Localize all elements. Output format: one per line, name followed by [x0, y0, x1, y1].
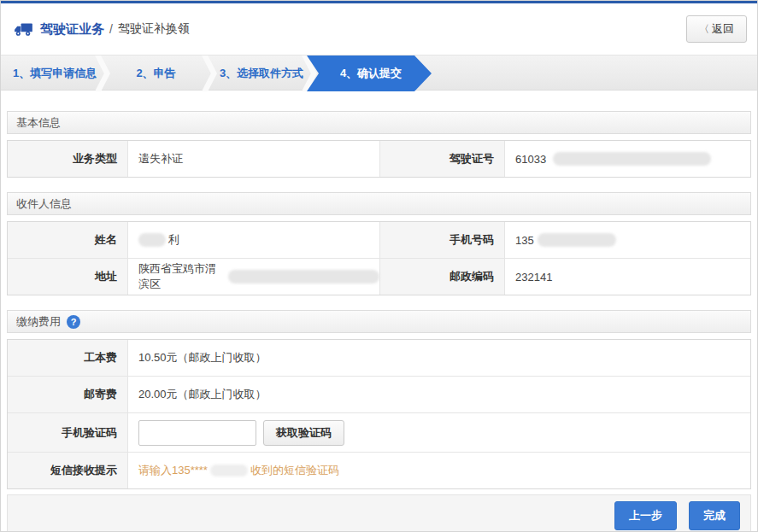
- help-question-icon[interactable]: ?: [67, 315, 80, 329]
- sms-hint-value: 请输入135**** 收到的短信验证码: [128, 453, 750, 488]
- previous-step-button[interactable]: 上一步: [614, 501, 677, 530]
- fees-table: 工本费 10.50元（邮政上门收取） 邮寄费 20.00元（邮政上门收取） 手机…: [7, 339, 751, 489]
- license-number-value: 61033: [505, 141, 750, 177]
- name-value: 利: [128, 222, 379, 258]
- back-chevron-icon: 〈: [699, 22, 709, 37]
- page: 驾驶证业务 / 驾驶证补换领 〈 返回 1、填写申请信息 2、申告 3、选择取件…: [0, 0, 758, 532]
- sms-hint-prefix: 请输入135****: [138, 463, 208, 478]
- section-fees-title: 缴纳费用: [16, 314, 61, 330]
- name-suffix: 利: [168, 232, 179, 248]
- sms-code-cell: 获取验证码: [128, 413, 750, 452]
- business-type-value: 遗失补证: [128, 141, 379, 177]
- production-fee-label: 工本费: [8, 340, 128, 376]
- section-basic-header: 基本信息: [7, 111, 751, 134]
- section-basic-info: 基本信息 业务类型 遗失补证 驾驶证号 61033: [7, 111, 751, 178]
- redacted-phone-in-hint: [210, 465, 248, 476]
- section-recipient-title: 收件人信息: [16, 196, 72, 212]
- sms-hint-label: 短信接收提示: [8, 453, 128, 488]
- table-row: 业务类型 遗失补证 驾驶证号 61033: [8, 141, 750, 177]
- postcode-value: 232141: [505, 259, 750, 295]
- get-sms-code-button[interactable]: 获取验证码: [263, 420, 344, 446]
- table-row: 工本费 10.50元（邮政上门收取）: [8, 340, 750, 376]
- basic-info-table: 业务类型 遗失补证 驾驶证号 61033: [7, 140, 751, 178]
- postage-fee-value: 20.00元（邮政上门收取）: [128, 377, 750, 412]
- breadcrumb-current: 驾驶证补换领: [118, 21, 190, 37]
- step-3-pickup-method[interactable]: 3、选择取件方式: [219, 56, 304, 91]
- table-row: 地址 陕西省宝鸡市渭滨区 邮政编码 232141: [8, 258, 750, 295]
- section-recipient-header: 收件人信息: [7, 192, 751, 215]
- mobile-label: 手机号码: [379, 222, 505, 258]
- step-2-declaration[interactable]: 2、申告: [112, 56, 200, 91]
- address-label: 地址: [8, 259, 128, 295]
- back-button[interactable]: 〈 返回: [686, 15, 747, 43]
- name-label: 姓名: [8, 222, 128, 258]
- section-basic-title: 基本信息: [16, 115, 61, 131]
- table-row: 手机验证码 获取验证码: [8, 412, 750, 452]
- step-1-fill-application[interactable]: 1、填写申请信息: [13, 56, 97, 91]
- address-prefix: 陕西省宝鸡市渭滨区: [138, 261, 226, 292]
- redacted-address: [228, 270, 379, 284]
- business-type-label: 业务类型: [8, 141, 128, 177]
- step-separator-chevron-icon: [202, 56, 217, 91]
- mobile-prefix: 135: [515, 234, 534, 247]
- mobile-value: 135: [505, 222, 750, 258]
- truck-icon: [13, 22, 33, 37]
- footer-action-bar: 上一步 完成: [7, 494, 751, 532]
- section-fees: 缴纳费用 ? 工本费 10.50元（邮政上门收取） 邮寄费 20.00元（邮政上…: [7, 310, 751, 489]
- breadcrumb-separator: /: [109, 22, 113, 36]
- recipient-info-table: 姓名 利 手机号码 135 地址 陕西省宝鸡市渭滨区 邮政编码 23214: [7, 221, 751, 295]
- license-number-label: 驾驶证号: [379, 141, 505, 177]
- table-row: 姓名 利 手机号码 135: [8, 222, 750, 258]
- postcode-label: 邮政编码: [379, 259, 505, 295]
- license-number-prefix: 61033: [515, 153, 546, 166]
- section-recipient-info: 收件人信息 姓名 利 手机号码 135 地址 陕西省宝鸡市渭滨区: [7, 192, 751, 295]
- sms-code-label: 手机验证码: [8, 413, 128, 452]
- address-value: 陕西省宝鸡市渭滨区: [128, 259, 379, 295]
- sms-hint-suffix: 收到的短信验证码: [250, 463, 339, 478]
- section-fees-header: 缴纳费用 ?: [7, 310, 751, 333]
- header: 驾驶证业务 / 驾驶证补换领 〈 返回: [1, 3, 757, 55]
- step-separator-chevron-icon: [95, 56, 110, 91]
- page-title: 驾驶证业务: [40, 21, 104, 38]
- redacted-name: [138, 233, 166, 247]
- postage-fee-label: 邮寄费: [8, 377, 128, 412]
- table-row: 短信接收提示 请输入135**** 收到的短信验证码: [8, 452, 750, 488]
- sms-code-input[interactable]: [138, 420, 256, 446]
- table-row: 邮寄费 20.00元（邮政上门收取）: [8, 376, 750, 412]
- redacted-mobile: [538, 233, 616, 247]
- step-progress-bar: 1、填写申请信息 2、申告 3、选择取件方式 4、确认提交: [1, 55, 757, 91]
- production-fee-value: 10.50元（邮政上门收取）: [128, 340, 750, 376]
- step-4-confirm-submit[interactable]: 4、确认提交: [307, 56, 432, 91]
- back-button-label: 返回: [712, 21, 734, 37]
- redacted-license-number: [553, 152, 711, 166]
- finish-button[interactable]: 完成: [689, 501, 740, 530]
